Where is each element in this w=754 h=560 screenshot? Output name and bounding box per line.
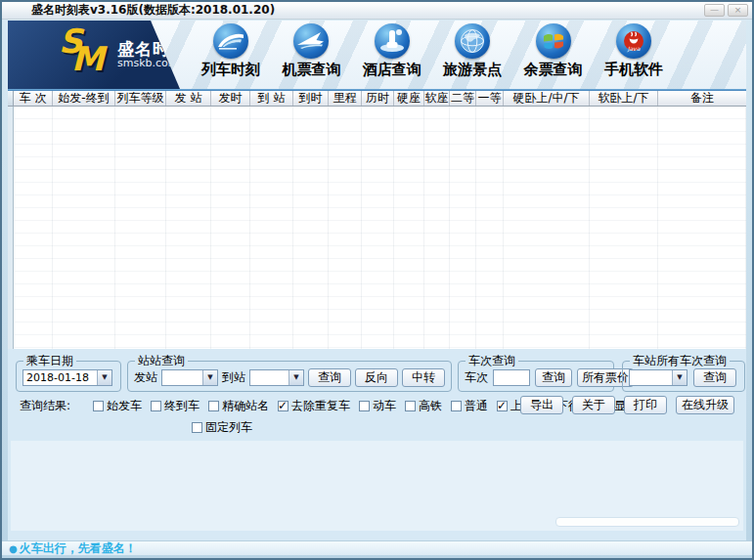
results-table-header: 车 次 始发-终到 列车等级 发 站 发时 到 站 到时 里程 历时 硬座 软座… [8, 91, 746, 107]
station-all-select[interactable]: ▼ [629, 369, 687, 386]
query-panel: 乘车日期 2018-01-18 ▼ 站站查询 发站 ▼ 到站 ▼ 查询 反向 中… [8, 349, 746, 540]
checkbox-normal-trains[interactable] [451, 401, 462, 411]
column-header-train-no[interactable]: 车 次 [14, 91, 53, 106]
window-controls: — × [701, 4, 752, 17]
print-button[interactable]: 打印 [624, 396, 667, 414]
status-text: 火车出行，先看盛名！ [20, 540, 137, 557]
train-group-title: 车次查询 [466, 354, 518, 367]
logo-site: smskb.com [117, 58, 188, 69]
toolbar-item-train-times[interactable]: 列车时刻 [192, 23, 270, 88]
station-query-button[interactable]: 查询 [308, 368, 351, 387]
from-station-label: 发站 [134, 369, 157, 386]
toolbar-item-hotel-query[interactable]: 酒店查询 [353, 23, 431, 88]
checkbox-d-trains[interactable] [359, 401, 370, 411]
logo-name: 盛名时刻 [117, 40, 188, 59]
status-bullet-icon: ● [9, 543, 18, 554]
toolbar-item-mobile-software[interactable]: Java 手机软件 [595, 23, 673, 88]
windows-icon [536, 23, 571, 59]
sm-logo-mark: S M [59, 27, 115, 82]
column-header-distance[interactable]: 里程 [329, 91, 362, 106]
station-all-trains-group: 车站所有车次查询 ▼ 查询 [622, 361, 745, 392]
column-header-origin-dest[interactable]: 始发-终到 [53, 91, 115, 106]
to-station-label: 到站 [222, 369, 245, 386]
results-table-body [8, 107, 746, 349]
column-header-first-class[interactable]: 一等 [476, 91, 504, 106]
globe-icon [455, 23, 490, 59]
column-header-arr-station[interactable]: 到 站 [250, 91, 293, 106]
column-header-second-class[interactable]: 二等 [450, 91, 476, 106]
toolbar-item-flight-query[interactable]: 机票查询 [272, 23, 350, 88]
app-logo: S M 盛名时刻 smskb.com [8, 21, 180, 89]
train-icon [213, 23, 248, 59]
reverse-button[interactable]: 反向 [355, 368, 398, 387]
online-upgrade-button[interactable]: 在线升级 [676, 396, 734, 414]
chevron-down-icon[interactable]: ▼ [672, 370, 687, 385]
title-bar: 盛名时刻表v3.16版(数据版本:2018.01.20) — × [2, 2, 752, 20]
chevron-down-icon[interactable]: ▼ [288, 370, 303, 385]
train-number-label: 车次 [465, 369, 488, 386]
about-button[interactable]: 关于 [572, 396, 615, 414]
checkbox-upbound[interactable] [497, 401, 508, 411]
close-button[interactable]: × [728, 4, 748, 17]
toolbar-item-tourist-spots[interactable]: 旅游景点 [433, 23, 511, 88]
station-to-station-group: 站站查询 发站 ▼ 到站 ▼ 查询 反向 中转 [127, 361, 452, 392]
train-query-button[interactable]: 查询 [535, 368, 572, 387]
app-window: 盛名时刻表v3.16版(数据版本:2018.01.20) — × S M 盛名时… [0, 0, 754, 560]
column-header-hard-seat[interactable]: 硬座 [394, 91, 424, 106]
action-buttons: 导出 关于 打印 在线升级 [520, 396, 734, 414]
train-number-group: 车次查询 车次 查询 所有票价 [458, 361, 614, 392]
secondary-results-area [11, 441, 743, 531]
column-header-soft-sleeper[interactable]: 软卧上/下 [590, 91, 658, 106]
checkbox-origin-trains[interactable] [93, 401, 104, 411]
export-button[interactable]: 导出 [520, 396, 563, 414]
transfer-button[interactable]: 中转 [402, 368, 445, 387]
plane-icon [293, 23, 329, 59]
travel-date-group-title: 乘车日期 [23, 354, 76, 367]
status-bar: ● 火车出行，先看盛名！ [2, 540, 752, 555]
main-toolbar: 列车时刻 机票查询 [192, 23, 673, 88]
checkbox-remove-duplicates[interactable] [278, 401, 288, 411]
svg-text:Java: Java [627, 45, 641, 53]
column-header-soft-seat[interactable]: 软座 [424, 91, 450, 106]
hotel-icon [375, 23, 410, 59]
minimize-button[interactable]: — [704, 4, 725, 17]
results-filter-label: 查询结果: [20, 398, 70, 414]
column-header-train-class[interactable]: 列车等级 [115, 91, 166, 106]
banner: S M 盛名时刻 smskb.com 列车时刻 [8, 21, 746, 89]
to-station-select[interactable]: ▼ [249, 369, 304, 386]
checkbox-exact-station[interactable] [208, 401, 219, 411]
column-header-arr-time[interactable]: 到时 [293, 91, 329, 106]
column-header-duration[interactable]: 历时 [362, 91, 394, 106]
column-header-dep-station[interactable]: 发 站 [166, 91, 211, 106]
column-header-remarks[interactable]: 备注 [658, 91, 746, 106]
chevron-down-icon[interactable]: ▼ [202, 370, 217, 385]
station-all-group-title: 车站所有车次查询 [630, 354, 730, 367]
java-icon: Java [616, 23, 651, 59]
train-number-input[interactable] [493, 369, 530, 386]
toolbar-item-ticket-availability[interactable]: 余票查询 [514, 23, 593, 88]
chevron-down-icon[interactable]: ▼ [97, 370, 111, 385]
column-header-hard-sleeper[interactable]: 硬卧上/中/下 [504, 91, 590, 106]
station-all-query-button[interactable]: 查询 [693, 368, 736, 387]
travel-date-group: 乘车日期 2018-01-18 ▼ [16, 361, 121, 392]
window-title: 盛名时刻表v3.16版(数据版本:2018.01.20) [2, 2, 275, 19]
checkbox-fixed-train[interactable] [192, 422, 202, 433]
travel-date-select[interactable]: 2018-01-18 ▼ [22, 369, 112, 386]
checkbox-terminus-trains[interactable] [151, 401, 161, 411]
from-station-select[interactable]: ▼ [161, 369, 218, 386]
station-group-title: 站站查询 [135, 354, 188, 367]
fixed-train-row: 固定列车 [192, 419, 252, 436]
column-header-dep-time[interactable]: 发时 [211, 91, 250, 106]
horizontal-scrollbar[interactable] [555, 517, 739, 527]
checkbox-g-trains[interactable] [405, 401, 416, 411]
